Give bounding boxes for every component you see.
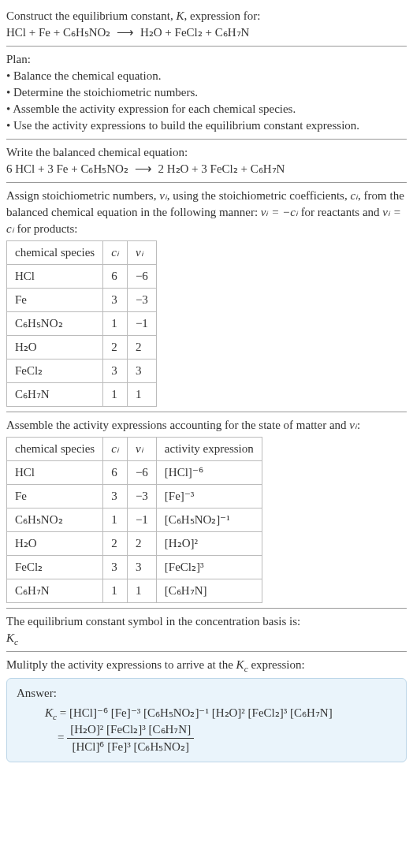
stoichiometric-section: Assign stoichiometric numbers, νᵢ, using… [6, 183, 407, 412]
activity-section: Assemble the activity expressions accoun… [6, 412, 407, 609]
cell-species: H₂O [7, 532, 103, 556]
stoich-text: for reactants and [298, 206, 382, 218]
cell-nu: 3 [127, 556, 156, 579]
cell-nu: 3 [127, 359, 156, 383]
col-expr: activity expression [156, 438, 262, 461]
col-species: chemical species [7, 241, 103, 265]
balanced-section: Write the balanced chemical equation: 6 … [6, 140, 407, 183]
answer-box: Answer: Kc = [HCl]⁻⁶ [Fe]⁻³ [C₆H₅NO₂]⁻¹ … [6, 678, 407, 762]
cell-expr: [C₆H₅NO₂]⁻¹ [156, 509, 262, 532]
table-row: H₂O22 [7, 336, 157, 359]
intro-line: Construct the equilibrium constant, K, e… [6, 8, 407, 24]
cell-c: 3 [103, 289, 128, 312]
cell-c: 3 [103, 485, 128, 509]
cell-nu: −6 [127, 265, 156, 289]
cell-expr: [H₂O]² [156, 532, 262, 556]
cell-species: FeCl₂ [7, 359, 103, 383]
col-ci: cᵢ [103, 241, 128, 265]
table-row: HCl6−6 [7, 265, 157, 289]
plan-title: Plan: [6, 51, 407, 68]
relation-1: νᵢ = −cᵢ [261, 206, 298, 218]
table-row: HCl6−6[HCl]⁻⁶ [7, 461, 262, 485]
cell-c: 6 [103, 461, 128, 485]
table-row: C₆H₅NO₂1−1 [7, 312, 157, 336]
final-text: expression: [248, 658, 305, 671]
cell-species: Fe [7, 485, 103, 509]
table-row: C₆H₅NO₂1−1[C₆H₅NO₂]⁻¹ [7, 509, 262, 532]
numerator: [H₂O]² [FeCl₂]³ [C₆H₇N] [67, 721, 194, 739]
plan-bullet-2: • Determine the stoichiometric numbers. [6, 84, 407, 101]
unbalanced-equation: HCl + Fe + C₆H₅NO₂ ⟶ H₂O + FeCl₂ + C₆H₇N [6, 24, 407, 41]
cell-nu: 1 [127, 383, 156, 407]
symbol-section: The equilibrium constant symbol in the c… [6, 609, 407, 652]
activity-intro: Assemble the activity expressions accoun… [6, 417, 407, 434]
kc-expression-line1: Kc = [HCl]⁻⁶ [Fe]⁻³ [C₆H₅NO₂]⁻¹ [H₂O]² [… [17, 705, 396, 721]
reaction-arrow-icon: ⟶ [132, 162, 155, 175]
final-section: Mulitply the activity expressions to arr… [6, 652, 407, 767]
cell-species: H₂O [7, 336, 103, 359]
cell-nu: −6 [127, 461, 156, 485]
denominator: [HCl]⁶ [Fe]³ [C₆H₅NO₂] [67, 739, 194, 755]
cell-species: Fe [7, 289, 103, 312]
stoich-text: , using the stoichiometric coefficients, [167, 189, 351, 202]
answer-label: Answer: [17, 685, 396, 702]
equation-rhs: H₂O + FeCl₂ + C₆H₇N [140, 26, 249, 39]
cell-nu: −3 [127, 289, 156, 312]
cell-c: 3 [103, 359, 128, 383]
nu-i-symbol: νᵢ [349, 419, 357, 431]
c-i-symbol: cᵢ [350, 189, 358, 202]
equation-lhs: HCl + Fe + C₆H₅NO₂ [6, 26, 110, 39]
equals-sign: = [58, 731, 67, 743]
col-nui: νᵢ [127, 438, 156, 461]
final-text: Mulitply the activity expressions to arr… [6, 658, 236, 671]
balanced-lhs: 6 HCl + 3 Fe + C₆H₅NO₂ [6, 162, 128, 175]
c-subscript: c [14, 637, 18, 646]
intro-text-post: , expression for: [184, 9, 260, 22]
cell-species: C₆H₅NO₂ [7, 509, 103, 532]
table-header-row: chemical species cᵢ νᵢ [7, 241, 157, 265]
reaction-arrow-icon: ⟶ [113, 26, 137, 39]
intro-section: Construct the equilibrium constant, K, e… [6, 3, 407, 47]
cell-species: HCl [7, 461, 103, 485]
cell-c: 2 [103, 336, 128, 359]
cell-nu: 1 [127, 579, 156, 603]
cell-species: HCl [7, 265, 103, 289]
activity-table: chemical species cᵢ νᵢ activity expressi… [6, 437, 262, 603]
cell-species: FeCl₂ [7, 556, 103, 579]
kc-symbol: Kc [6, 630, 407, 646]
table-row: C₆H₇N11[C₆H₇N] [7, 579, 262, 603]
fraction: [H₂O]² [FeCl₂]³ [C₆H₇N] [HCl]⁶ [Fe]³ [C₆… [67, 721, 194, 755]
stoichiometric-table: chemical species cᵢ νᵢ HCl6−6 Fe3−3 C₆H₅… [6, 240, 157, 407]
balanced-title: Write the balanced chemical equation: [6, 144, 407, 161]
kc-expression-line2: = [H₂O]² [FeCl₂]³ [C₆H₇N] [HCl]⁶ [Fe]³ [… [17, 721, 396, 755]
plan-section: Plan: • Balance the chemical equation. •… [6, 47, 407, 140]
cell-c: 6 [103, 265, 128, 289]
expression-products: = [HCl]⁻⁶ [Fe]⁻³ [C₆H₅NO₂]⁻¹ [H₂O]² [FeC… [57, 706, 333, 719]
final-intro: Mulitply the activity expressions to arr… [6, 657, 407, 673]
plan-bullet-1: • Balance the chemical equation. [6, 68, 407, 84]
K-letter: K [236, 658, 244, 671]
K-letter: K [45, 706, 53, 719]
table-row: H₂O22[H₂O]² [7, 532, 262, 556]
cell-nu: −1 [127, 509, 156, 532]
cell-expr: [FeCl₂]³ [156, 556, 262, 579]
activity-text: : [357, 419, 360, 431]
plan-bullet-3: • Assemble the activity expression for e… [6, 101, 407, 117]
table-row: FeCl₂33 [7, 359, 157, 383]
table-row: Fe3−3[Fe]⁻³ [7, 485, 262, 509]
cell-expr: [C₆H₇N] [156, 579, 262, 603]
table-header-row: chemical species cᵢ νᵢ activity expressi… [7, 438, 262, 461]
cell-nu: −1 [127, 312, 156, 336]
cell-species: C₆H₇N [7, 383, 103, 407]
cell-nu: 2 [127, 532, 156, 556]
table-row: Fe3−3 [7, 289, 157, 312]
stoich-text: Assign stoichiometric numbers, [6, 189, 159, 202]
cell-expr: [HCl]⁻⁶ [156, 461, 262, 485]
cell-c: 1 [103, 509, 128, 532]
balanced-equation: 6 HCl + 3 Fe + C₆H₅NO₂ ⟶ 2 H₂O + 3 FeCl₂… [6, 161, 407, 177]
stoich-intro: Assign stoichiometric numbers, νᵢ, using… [6, 188, 407, 237]
cell-c: 3 [103, 556, 128, 579]
table-row: FeCl₂33[FeCl₂]³ [7, 556, 262, 579]
K-letter: K [6, 631, 14, 644]
activity-text: Assemble the activity expressions accoun… [6, 419, 349, 431]
